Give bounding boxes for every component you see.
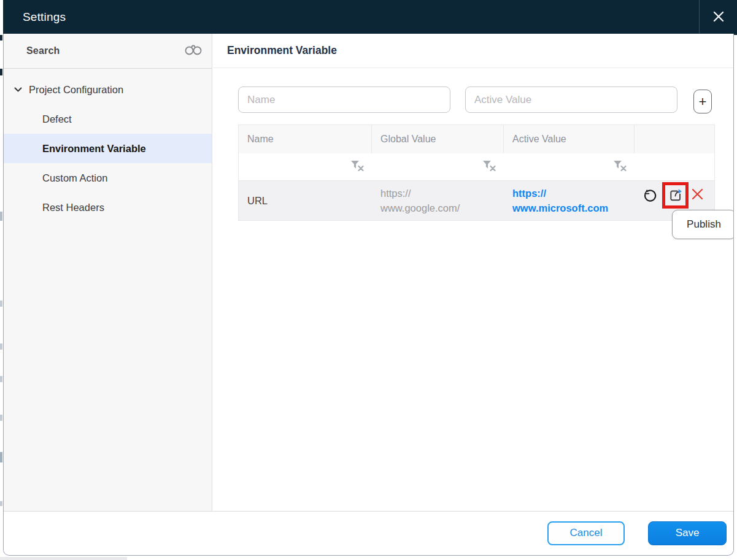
active-value-cell[interactable]: https:// www.microsoft.com: [504, 181, 635, 220]
close-icon: [710, 8, 727, 28]
add-variable-controls: +: [238, 86, 712, 113]
edge-mark: [0, 376, 2, 382]
publish-tooltip: Publish: [672, 210, 734, 239]
global-value-line: https://: [380, 186, 498, 201]
column-header-global-value: Global Value: [372, 125, 504, 153]
global-value-line: www.google.com/: [380, 201, 498, 215]
edge-mark: [0, 501, 2, 506]
tree-node-project-configuration[interactable]: Project Configuration: [4, 75, 212, 104]
edge-mark: [0, 301, 2, 307]
filter-cell-actions: [635, 153, 714, 180]
sidebar-item-defect[interactable]: Defect: [4, 104, 212, 134]
clear-filter-icon[interactable]: [482, 160, 496, 174]
annotation-highlight-box: [662, 182, 689, 209]
column-header-active-value: Active Value: [504, 125, 635, 153]
binoculars-search-icon[interactable]: [184, 43, 203, 59]
background-bottom-block: [0, 557, 127, 560]
sidebar-item-label: Defect: [42, 113, 72, 125]
publish-button[interactable]: [667, 186, 684, 205]
column-header-name: Name: [239, 125, 372, 153]
settings-dialog-page: Settings Search: [0, 0, 737, 560]
active-value-input[interactable]: [465, 86, 677, 113]
global-value-cell: https:// www.google.com/: [372, 181, 504, 220]
sidebar-item-environment-variable[interactable]: Environment Variable: [4, 134, 212, 163]
table-header-row: Name Global Value Active Value: [239, 125, 714, 153]
delete-x-icon: [690, 187, 704, 203]
filter-cell-name: [239, 153, 372, 180]
settings-tree: Project Configuration Defect Environment…: [4, 69, 212, 222]
plus-icon: +: [699, 95, 707, 109]
dialog-titlebar: Settings: [3, 0, 737, 34]
table-filter-row: [239, 153, 714, 180]
sidebar-item-label: Rest Headers: [42, 202, 104, 213]
dialog-body: Search Project Configuration: [3, 34, 734, 556]
chevron-down-icon: [14, 84, 22, 95]
active-value-line: www.microsoft.com: [512, 201, 628, 215]
edge-mark: [0, 343, 2, 350]
sidebar-item-rest-headers[interactable]: Rest Headers: [4, 193, 212, 222]
settings-sidebar: Search Project Configuration: [4, 34, 212, 511]
edge-mark: [0, 212, 2, 221]
delete-button[interactable]: [690, 187, 704, 203]
edge-mark: [0, 35, 2, 40]
edge-mark: [0, 452, 2, 462]
save-button[interactable]: Save: [648, 521, 727, 545]
clear-filter-icon[interactable]: [350, 160, 364, 174]
column-header-actions: [635, 125, 714, 153]
sidebar-item-label: Custom Action: [42, 172, 107, 184]
filter-cell-active-value: [504, 153, 635, 180]
panel-heading-row: Environment Variable: [213, 34, 734, 68]
page-title: Environment Variable: [227, 44, 337, 57]
environment-variable-panel: Environment Variable + Name Global Value…: [213, 34, 734, 511]
publish-share-icon: [667, 186, 684, 205]
search-label: Search: [26, 45, 184, 56]
name-input[interactable]: [238, 86, 450, 113]
variable-name-cell: URL: [239, 181, 372, 220]
sidebar-search[interactable]: Search: [4, 34, 212, 69]
tree-node-label: Project Configuration: [29, 84, 123, 96]
edge-mark: [0, 415, 2, 421]
revert-undo-icon: [642, 189, 657, 206]
tooltip-text: Publish: [687, 218, 721, 231]
environment-variable-table: Name Global Value Active Value: [238, 125, 715, 221]
table-row: URL https:// www.google.com/ https:// ww…: [239, 180, 714, 220]
cancel-button[interactable]: Cancel: [547, 521, 625, 545]
revert-button[interactable]: [642, 189, 657, 206]
filter-cell-global-value: [372, 153, 504, 180]
sidebar-item-label: Environment Variable: [42, 143, 146, 155]
sidebar-item-custom-action[interactable]: Custom Action: [4, 163, 212, 193]
add-variable-button[interactable]: +: [693, 90, 712, 113]
dialog-footer: Cancel Save: [4, 511, 733, 554]
edge-mark: [0, 69, 2, 75]
clear-filter-icon[interactable]: [613, 160, 627, 174]
dialog-title: Settings: [23, 10, 66, 24]
close-button[interactable]: [699, 0, 737, 35]
active-value-line: https://: [512, 186, 628, 201]
